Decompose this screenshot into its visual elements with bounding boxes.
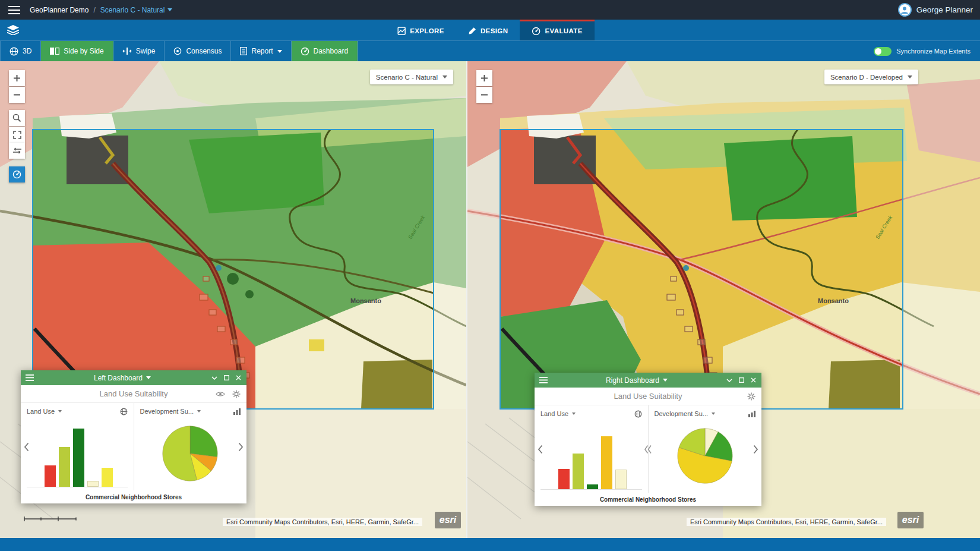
consensus-label: Consensus	[186, 47, 222, 55]
right-map[interactable]: Monsanto Seal Creek Scenario D - Develop…	[467, 61, 980, 538]
carousel-next-icon[interactable]	[751, 442, 761, 456]
report-icon	[240, 47, 247, 55]
side-by-side-label: Side by Side	[64, 47, 103, 55]
report-button[interactable]: Report	[231, 41, 291, 61]
pie-slice	[190, 426, 217, 456]
development-suitability-select[interactable]: Development Su...	[140, 408, 201, 415]
side-by-side-button[interactable]: Side by Side	[41, 41, 113, 61]
tab-evaluate-label: EVALUATE	[545, 27, 582, 34]
development-suitability-select[interactable]: Development Su...	[655, 410, 716, 417]
left-dashboard-panel: Left Dashboard Land Use Suitability Land	[21, 370, 246, 503]
zoom-out-button[interactable]	[476, 87, 492, 103]
gear-icon[interactable]	[232, 390, 241, 398]
land-use-bar-chart	[540, 420, 642, 490]
dashboard-menu-icon[interactable]	[539, 377, 548, 383]
report-label: Report	[251, 47, 273, 55]
carousel-previous-icon[interactable]	[535, 442, 545, 456]
layers-button[interactable]	[0, 20, 26, 40]
caret-down-icon	[146, 376, 151, 379]
zoom-out-button[interactable]	[9, 87, 25, 103]
close-icon[interactable]	[750, 377, 757, 383]
caret-down-icon	[277, 50, 282, 53]
dashboard-gauge-icon	[12, 170, 21, 179]
dashboard-label: Dashboard	[314, 47, 349, 55]
land-use-bar-chart	[27, 417, 128, 487]
right-dashboard-header[interactable]: Right Dashboard	[535, 373, 761, 388]
column-chart-icon[interactable]	[233, 408, 241, 415]
collapse-icon[interactable]	[211, 376, 218, 380]
close-icon[interactable]	[235, 374, 242, 381]
swipe-button[interactable]: Swipe	[113, 41, 165, 61]
plus-icon	[480, 74, 488, 82]
bar-segment	[615, 470, 627, 489]
user-avatar-icon	[898, 3, 912, 17]
search-button[interactable]	[9, 110, 25, 126]
mode-navbar: EXPLORE DESIGN EVALUATE	[0, 20, 980, 40]
dashboard-title-dropdown[interactable]: Left Dashboard	[39, 374, 206, 382]
right-scenario-select[interactable]: Scenario D - Developed	[824, 70, 918, 84]
explore-icon	[397, 27, 406, 35]
side-by-side-icon	[50, 48, 59, 55]
maximize-icon[interactable]	[223, 374, 230, 381]
swap-extents-button[interactable]	[9, 143, 25, 159]
gear-icon[interactable]	[747, 392, 755, 401]
consensus-button[interactable]: Consensus	[165, 41, 231, 61]
land-use-select[interactable]: Land Use	[27, 408, 62, 415]
visibility-icon[interactable]	[216, 391, 225, 397]
widget-title: Land Use Suitability	[535, 388, 761, 405]
land-use-chart-card: Land Use	[21, 403, 134, 490]
expand-icon	[13, 131, 21, 139]
3d-button[interactable]: 3D	[0, 41, 41, 61]
pie-chart	[676, 427, 734, 484]
zoom-in-button[interactable]	[476, 70, 492, 86]
plus-icon	[13, 74, 21, 82]
development-suitability-pie-chart	[140, 417, 241, 489]
globe-icon[interactable]	[634, 410, 642, 418]
app-menu-icon[interactable]	[7, 4, 21, 17]
status-footer	[0, 538, 980, 551]
user-menu[interactable]: George Planner	[898, 3, 973, 17]
carousel-next-icon[interactable]	[236, 440, 246, 454]
sync-extents-toggle[interactable]	[874, 47, 892, 56]
dashboard-cards: Land Use Development Su...	[535, 405, 761, 493]
tab-explore[interactable]: EXPLORE	[385, 20, 456, 40]
breadcrumb-scenario-label: Scenario C - Natural	[100, 6, 165, 14]
breadcrumb-separator: /	[93, 6, 95, 14]
zoom-in-button[interactable]	[9, 70, 25, 86]
expand-button[interactable]	[9, 127, 25, 143]
map-dashboard-button[interactable]	[9, 166, 25, 182]
user-name: George Planner	[916, 5, 973, 14]
column-chart-icon[interactable]	[748, 410, 755, 417]
map-attribution: Esri Community Maps Contributors, Esri, …	[223, 518, 422, 526]
tab-evaluate[interactable]: EVALUATE	[520, 20, 594, 40]
carousel-previous-icon[interactable]	[21, 440, 31, 454]
maximize-icon[interactable]	[738, 377, 745, 383]
collapse-double-chevron-left-icon[interactable]	[642, 442, 655, 456]
right-dashboard-panel: Right Dashboard Land Use Suitability Lan…	[535, 373, 761, 506]
dashboard-menu-icon[interactable]	[26, 374, 34, 381]
land-use-select[interactable]: Land Use	[540, 410, 576, 417]
left-dashboard-header[interactable]: Left Dashboard	[21, 370, 246, 385]
widget-title: Land Use Suitability	[21, 385, 246, 402]
bar-segment	[45, 465, 56, 487]
breadcrumb-scenario-dropdown[interactable]: Scenario C - Natural	[100, 6, 173, 14]
left-map[interactable]: Monsanto Seal Creek Scenario C - Natural…	[0, 61, 466, 538]
globe-icon	[10, 47, 18, 56]
window-controls	[211, 374, 242, 381]
development-suitability-chart-card: Development Su...	[134, 403, 247, 490]
widget-header: Land Use Suitability	[535, 388, 761, 405]
dashboard-title-dropdown[interactable]: Right Dashboard	[552, 376, 721, 385]
left-scenario-select[interactable]: Scenario C - Natural	[370, 70, 453, 84]
collapse-icon[interactable]	[726, 378, 733, 383]
map-label-monsanto: Monsanto	[818, 297, 849, 304]
swipe-label: Swipe	[136, 47, 156, 55]
breadcrumb-root[interactable]: GeoPlanner Demo	[30, 6, 88, 14]
tab-design[interactable]: DESIGN	[456, 20, 520, 40]
window-controls	[726, 377, 757, 383]
bar-segment	[573, 454, 584, 489]
chart-caption: Commercial Neighborhood Stores	[21, 490, 246, 503]
bar-segment	[87, 481, 99, 487]
dashboard-button[interactable]: Dashboard	[292, 41, 358, 61]
toggle-knob	[875, 48, 881, 55]
globe-icon[interactable]	[120, 408, 128, 415]
